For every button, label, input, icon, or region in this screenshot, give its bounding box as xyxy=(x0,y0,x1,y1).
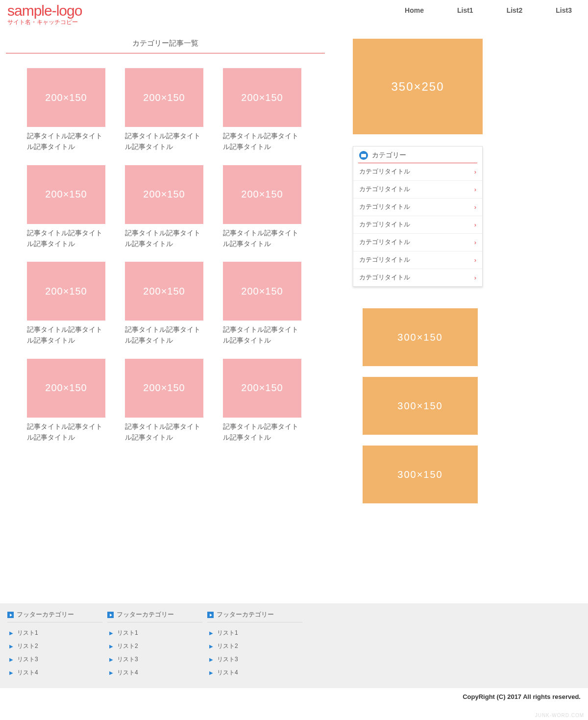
footer-link[interactable]: ▶リスト2 xyxy=(207,640,302,653)
category-widget: カテゴリー カテゴリタイトル›カテゴリタイトル›カテゴリタイトル›カテゴリタイト… xyxy=(353,146,483,287)
post-card[interactable]: 200×150記事タイトル記事タイトル記事タイトル xyxy=(223,165,321,250)
footer-link[interactable]: ▶リスト1 xyxy=(7,626,102,640)
post-thumbnail: 200×150 xyxy=(125,359,203,418)
widget-title: カテゴリー xyxy=(372,151,406,160)
sidebar-ad-small[interactable]: 300×150 xyxy=(363,308,478,366)
footer-link-label: リスト4 xyxy=(17,669,38,677)
copyright: CopyRight (C) 2017 All rights reserved. xyxy=(0,688,588,700)
footer-link-label: リスト3 xyxy=(217,655,238,664)
post-title: 記事タイトル記事タイトル記事タイトル xyxy=(223,418,321,444)
footer-link[interactable]: ▶リスト4 xyxy=(7,666,102,679)
sidebar-ad-small[interactable]: 300×150 xyxy=(363,377,478,435)
chevron-right-icon: › xyxy=(474,256,476,264)
post-title: 記事タイトル記事タイトル記事タイトル xyxy=(223,321,321,347)
category-item[interactable]: カテゴリタイトル› xyxy=(353,198,482,216)
main-nav: HomeList1List2List3 xyxy=(405,2,581,14)
post-card[interactable]: 200×150記事タイトル記事タイトル記事タイトル xyxy=(125,262,223,347)
play-square-icon xyxy=(107,612,114,618)
nav-link-home[interactable]: Home xyxy=(405,6,424,14)
footer-column: フッターカテゴリー▶リスト1▶リスト2▶リスト3▶リスト4 xyxy=(7,611,102,679)
nav-link-list1[interactable]: List1 xyxy=(457,6,473,14)
chevron-right-icon: › xyxy=(474,239,476,246)
post-card[interactable]: 200×150記事タイトル記事タイトル記事タイトル xyxy=(27,262,125,347)
footer-column: フッターカテゴリー▶リスト1▶リスト2▶リスト3▶リスト4 xyxy=(207,611,302,679)
category-item-label: カテゴリタイトル xyxy=(359,238,410,247)
category-item-label: カテゴリタイトル xyxy=(359,256,410,264)
site-logo[interactable]: sample-logo xyxy=(7,2,82,19)
post-title: 記事タイトル記事タイトル記事タイトル xyxy=(27,418,125,444)
nav-link-list2[interactable]: List2 xyxy=(507,6,523,14)
nav-link-list3[interactable]: List3 xyxy=(556,6,572,14)
post-thumbnail: 200×150 xyxy=(27,262,105,321)
triangle-right-icon: ▶ xyxy=(209,670,213,675)
category-item[interactable]: カテゴリタイトル› xyxy=(353,233,482,251)
post-title: 記事タイトル記事タイトル記事タイトル xyxy=(223,224,321,250)
sidebar-ad-small[interactable]: 300×150 xyxy=(363,446,478,503)
footer-link[interactable]: ▶リスト3 xyxy=(207,653,302,666)
footer-nav: フッターカテゴリー▶リスト1▶リスト2▶リスト3▶リスト4フッターカテゴリー▶リ… xyxy=(0,603,588,688)
footer-link[interactable]: ▶リスト1 xyxy=(107,626,202,640)
post-title: 記事タイトル記事タイトル記事タイトル xyxy=(223,127,321,153)
footer-link[interactable]: ▶リスト1 xyxy=(207,626,302,640)
chevron-right-icon: › xyxy=(474,221,476,228)
footer-link-label: リスト2 xyxy=(217,642,238,650)
sidebar: 350×250 カテゴリー カテゴリタイトル›カテゴリタイトル›カテゴリタイトル… xyxy=(353,39,483,503)
category-item[interactable]: カテゴリタイトル› xyxy=(353,269,482,286)
category-item[interactable]: カテゴリタイトル› xyxy=(353,216,482,233)
post-thumbnail: 200×150 xyxy=(223,359,301,418)
category-item-label: カテゴリタイトル xyxy=(359,203,410,211)
chevron-right-icon: › xyxy=(474,186,476,193)
post-title: 記事タイトル記事タイトル記事タイトル xyxy=(125,127,223,153)
category-heading: カテゴリー記事一覧 xyxy=(7,39,323,53)
post-card[interactable]: 200×150記事タイトル記事タイトル記事タイトル xyxy=(27,165,125,250)
post-title: 記事タイトル記事タイトル記事タイトル xyxy=(27,127,125,153)
sidebar-ad-large[interactable]: 350×250 xyxy=(353,39,483,134)
footer-link-label: リスト3 xyxy=(117,655,138,664)
footer-link-label: リスト3 xyxy=(17,655,38,664)
post-thumbnail: 200×150 xyxy=(27,68,105,127)
post-card[interactable]: 200×150記事タイトル記事タイトル記事タイトル xyxy=(223,262,321,347)
post-card[interactable]: 200×150記事タイトル記事タイトル記事タイトル xyxy=(223,68,321,153)
footer-link[interactable]: ▶リスト3 xyxy=(107,653,202,666)
footer: フッターカテゴリー▶リスト1▶リスト2▶リスト3▶リスト4フッターカテゴリー▶リ… xyxy=(0,603,588,700)
play-square-icon xyxy=(7,612,14,618)
post-thumbnail: 200×150 xyxy=(125,165,203,224)
triangle-right-icon: ▶ xyxy=(209,644,213,649)
footer-link-label: リスト4 xyxy=(117,669,138,677)
site-tagline: サイト名・キャッチコピー xyxy=(7,18,82,26)
post-title: 記事タイトル記事タイトル記事タイトル xyxy=(125,418,223,444)
category-item-label: カテゴリタイトル xyxy=(359,168,410,176)
folder-icon xyxy=(359,151,368,160)
category-item[interactable]: カテゴリタイトル› xyxy=(353,180,482,198)
play-square-icon xyxy=(207,612,214,618)
post-thumbnail: 200×150 xyxy=(125,262,203,321)
footer-link[interactable]: ▶リスト3 xyxy=(7,653,102,666)
post-card[interactable]: 200×150記事タイトル記事タイトル記事タイトル xyxy=(125,359,223,444)
post-thumbnail: 200×150 xyxy=(27,165,105,224)
post-card[interactable]: 200×150記事タイトル記事タイトル記事タイトル xyxy=(125,165,223,250)
category-item[interactable]: カテゴリタイトル› xyxy=(353,163,482,180)
post-card[interactable]: 200×150記事タイトル記事タイトル記事タイトル xyxy=(27,68,125,153)
footer-column-title: フッターカテゴリー xyxy=(117,611,174,619)
heading-divider xyxy=(6,53,325,53)
footer-link[interactable]: ▶リスト4 xyxy=(107,666,202,679)
post-card[interactable]: 200×150記事タイトル記事タイトル記事タイトル xyxy=(125,68,223,153)
post-card[interactable]: 200×150記事タイトル記事タイトル記事タイトル xyxy=(223,359,321,444)
post-thumbnail: 200×150 xyxy=(125,68,203,127)
footer-column-title: フッターカテゴリー xyxy=(17,611,74,619)
post-thumbnail: 200×150 xyxy=(223,68,301,127)
triangle-right-icon: ▶ xyxy=(9,644,13,649)
footer-link[interactable]: ▶リスト2 xyxy=(7,640,102,653)
footer-link[interactable]: ▶リスト4 xyxy=(207,666,302,679)
footer-link-label: リスト4 xyxy=(217,669,238,677)
category-item[interactable]: カテゴリタイトル› xyxy=(353,251,482,269)
triangle-right-icon: ▶ xyxy=(109,670,113,675)
footer-link[interactable]: ▶リスト2 xyxy=(107,640,202,653)
post-thumbnail: 200×150 xyxy=(27,359,105,418)
post-card[interactable]: 200×150記事タイトル記事タイトル記事タイトル xyxy=(27,359,125,444)
triangle-right-icon: ▶ xyxy=(9,630,13,636)
triangle-right-icon: ▶ xyxy=(109,657,113,662)
footer-link-label: リスト2 xyxy=(17,642,38,650)
post-title: 記事タイトル記事タイトル記事タイトル xyxy=(27,224,125,250)
triangle-right-icon: ▶ xyxy=(109,630,113,636)
